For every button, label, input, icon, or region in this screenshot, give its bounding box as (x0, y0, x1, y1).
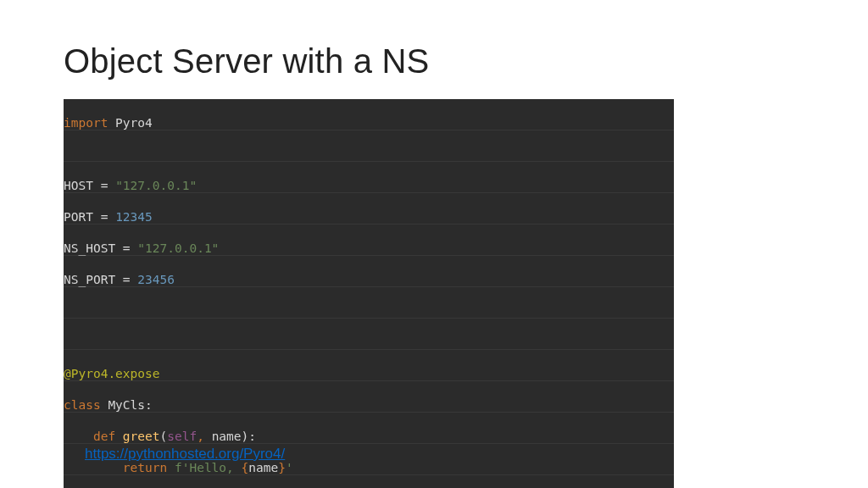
code-line: import Pyro4 (64, 115, 674, 131)
code-block: import Pyro4 HOST = "127.0.0.1" PORT = 1… (64, 99, 674, 488)
decorator: @Pyro4.expose (64, 367, 160, 380)
code-line-blank (64, 147, 674, 163)
kw-class: class (64, 398, 108, 412)
paren: ( (160, 430, 168, 443)
var: NS_HOST (64, 241, 123, 255)
class-name: MyCls: (108, 398, 152, 412)
fn-name: greet (123, 430, 160, 443)
code-line: NS_HOST = "127.0.0.1" (64, 241, 674, 257)
eq: = (123, 273, 137, 286)
code-line-blank (64, 303, 674, 319)
var: HOST (64, 179, 101, 192)
num: 12345 (115, 210, 153, 224)
code-line: NS_PORT = 23456 (64, 272, 674, 288)
mod: Pyro4 (108, 116, 152, 130)
code-line: def greet(self, name): (64, 429, 674, 445)
var: PORT (64, 210, 101, 224)
var: NS_PORT (64, 273, 123, 286)
eq: = (101, 210, 115, 224)
page-title: Object Server with a NS (64, 42, 804, 80)
str: ' (286, 461, 293, 474)
str: "127.0.0.1" (137, 241, 219, 255)
slide: Object Server with a NS import Pyro4 HOS… (0, 0, 868, 488)
str: "127.0.0.1" (115, 179, 197, 192)
code-line-blank (64, 335, 674, 351)
self: self (167, 430, 197, 443)
comma: , (197, 430, 211, 443)
arg: name): (212, 430, 256, 443)
pyro4-link[interactable]: https://pythonhosted.org/Pyro4/ (85, 446, 285, 463)
code-line: HOST = "127.0.0.1" (64, 178, 674, 194)
code-line: @Pyro4.expose (64, 366, 674, 382)
eq: = (123, 241, 137, 255)
kw-import: import (64, 116, 108, 130)
code-line: class MyCls: (64, 397, 674, 413)
num: 23456 (137, 273, 175, 286)
eq: = (101, 179, 115, 192)
kw-def: def (64, 430, 123, 443)
code-line: PORT = 12345 (64, 209, 674, 225)
